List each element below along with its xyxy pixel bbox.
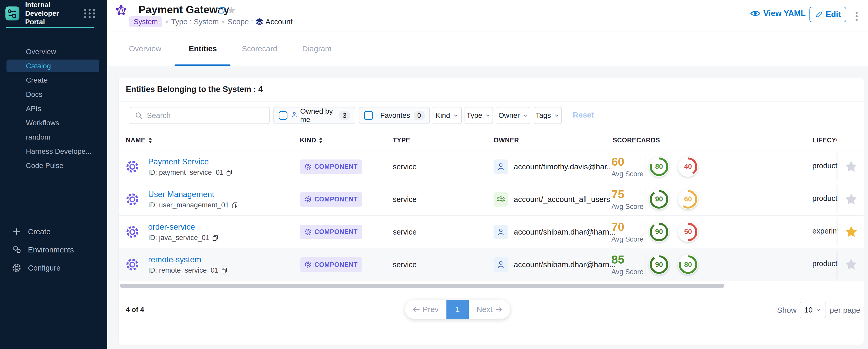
tab-diagram[interactable]: Diagram [302, 44, 332, 53]
owner-dropdown[interactable]: Owner [497, 107, 530, 124]
app-grid-icon[interactable] [84, 7, 96, 20]
entity-name-link[interactable]: Payment Service [148, 157, 209, 166]
scorecard-ring[interactable]: 90 [649, 189, 669, 210]
favorite-entity-star-icon[interactable] [227, 6, 236, 14]
table-row[interactable]: order-service ID: java_service_01 COMPON… [119, 216, 864, 248]
scorecard-ring[interactable]: 80 [649, 157, 669, 177]
show-label: Show [777, 306, 797, 315]
scorecard-score: 40 [678, 157, 698, 177]
owner-icon-chip [494, 192, 508, 207]
nav-divider [21, 42, 81, 42]
scorecard-ring[interactable]: 80 [678, 254, 698, 275]
favorite-cell [838, 248, 864, 281]
search-icon [135, 112, 143, 119]
sidebar-item-harness-developer[interactable]: Harness Develope... [0, 144, 107, 158]
copy-icon[interactable] [226, 169, 232, 176]
owned-by-me-filter[interactable]: Owned by me 3 [274, 107, 355, 124]
lifecycle-value: experimental [812, 227, 837, 237]
entities-heading: Entities Belonging to the System : 4 [126, 85, 263, 94]
avg-score: 85 Avg Score [611, 253, 645, 276]
scorecard-ring[interactable]: 90 [649, 222, 669, 242]
kind-dropdown[interactable]: Kind [433, 107, 462, 124]
tabs-bar: Overview Entities Scorecard Diagram [107, 32, 868, 66]
page-size-select[interactable]: 10 [800, 302, 826, 318]
sidebar-item-docs[interactable]: Docs [0, 87, 107, 101]
sidebar-footer-create[interactable]: Create [0, 223, 107, 241]
group-icon [496, 195, 505, 204]
copy-icon[interactable] [231, 202, 238, 209]
scorecard-ring[interactable]: 40 [678, 157, 698, 177]
scrollbar-thumb[interactable] [120, 284, 724, 288]
sidebar-footer-environments[interactable]: Environments [0, 241, 107, 259]
name-column-divider [292, 129, 293, 281]
sidebar-footer-configure[interactable]: Configure [0, 259, 107, 277]
sidebar-item-code-pulse[interactable]: Code Pulse [0, 158, 107, 173]
reset-filters-button[interactable]: Reset [573, 110, 594, 119]
divider [646, 221, 646, 243]
view-yaml-button[interactable]: View YAML [750, 9, 806, 18]
sidebar-item-random[interactable]: random [0, 130, 107, 144]
sidebar-item-overview[interactable]: Overview [0, 44, 107, 59]
owner-icon-chip [494, 225, 508, 239]
layers-icon [256, 18, 264, 26]
kind-badge-component: COMPONENT [300, 257, 362, 272]
active-pill [6, 60, 99, 72]
component-gear-icon [125, 160, 139, 174]
harness-idp-logo-icon[interactable] [5, 6, 20, 21]
lifecycle-value: production [812, 194, 837, 204]
tab-scorecard[interactable]: Scorecard [242, 44, 277, 53]
tab-entities[interactable]: Entities [189, 44, 217, 53]
edit-button[interactable]: Edit [809, 7, 846, 22]
star-icon [376, 111, 377, 120]
table-row[interactable]: remote-system ID: remote_service_01 COMP… [119, 248, 864, 281]
scorecard-ring[interactable]: 90 [649, 254, 669, 275]
brand-underline [6, 27, 94, 28]
component-gear-icon [305, 196, 312, 203]
entity-name-link[interactable]: User Management [148, 190, 214, 199]
avg-score-label: Avg Score [611, 170, 645, 178]
avg-score-value: 85 [611, 253, 645, 266]
entity-name-link[interactable]: remote-system [148, 255, 201, 264]
sidebar-item-workflows[interactable]: Workflows [0, 116, 107, 130]
divider [646, 156, 646, 178]
component-gear-icon [125, 192, 139, 207]
search-input[interactable] [147, 111, 265, 120]
entity-name-link[interactable]: order-service [148, 222, 195, 232]
favorites-filter[interactable]: Favorites 0 [359, 107, 430, 124]
scorecard-score: 80 [649, 157, 669, 177]
avg-score-value: 75 [611, 188, 645, 201]
table-row[interactable]: Payment Service ID: payment_service_01 C… [119, 151, 864, 183]
lifecycle-value: production [812, 259, 837, 270]
favorite-star-icon[interactable] [844, 258, 858, 271]
component-gear-icon [305, 163, 312, 170]
favorite-star-icon[interactable] [844, 225, 858, 239]
column-header-type: TYPE [393, 136, 410, 144]
tab-overview[interactable]: Overview [129, 44, 161, 53]
entity-id: ID: payment_service_01 [148, 168, 232, 177]
copy-icon[interactable] [212, 235, 218, 241]
copy-icon[interactable] [221, 267, 227, 274]
column-header-name[interactable]: NAME [126, 136, 152, 144]
more-options-kebab-icon[interactable] [854, 8, 859, 24]
tags-dropdown[interactable]: Tags [534, 107, 562, 124]
sidebar-item-create[interactable]: Create [0, 73, 107, 87]
type-dropdown[interactable]: Type [465, 107, 493, 124]
copy-icon[interactable] [218, 7, 225, 14]
next-page-button[interactable]: Next [469, 300, 510, 319]
scorecard-ring[interactable]: 50 [678, 222, 698, 242]
favorite-star-icon[interactable] [844, 160, 858, 173]
favorite-star-icon[interactable] [844, 193, 858, 206]
scorecard-score: 90 [649, 254, 669, 275]
favorites-checkbox[interactable] [364, 111, 373, 120]
sidebar-item-catalog[interactable]: Catalog [0, 59, 107, 73]
content-background: Entities Belonging to the System : 4 Own… [107, 66, 868, 349]
plus-icon [11, 226, 22, 237]
column-header-kind[interactable]: KIND [300, 136, 323, 144]
table-row[interactable]: User Management ID: user_management_01 C… [119, 183, 864, 216]
owned-by-me-checkbox[interactable] [279, 111, 287, 120]
sidebar-item-apis[interactable]: APIs [0, 101, 107, 116]
scorecard-ring[interactable]: 60 [678, 189, 698, 210]
page-number-1[interactable]: 1 [446, 300, 469, 319]
scorecard-score: 90 [649, 189, 669, 210]
prev-page-button[interactable]: Prev [405, 300, 446, 319]
